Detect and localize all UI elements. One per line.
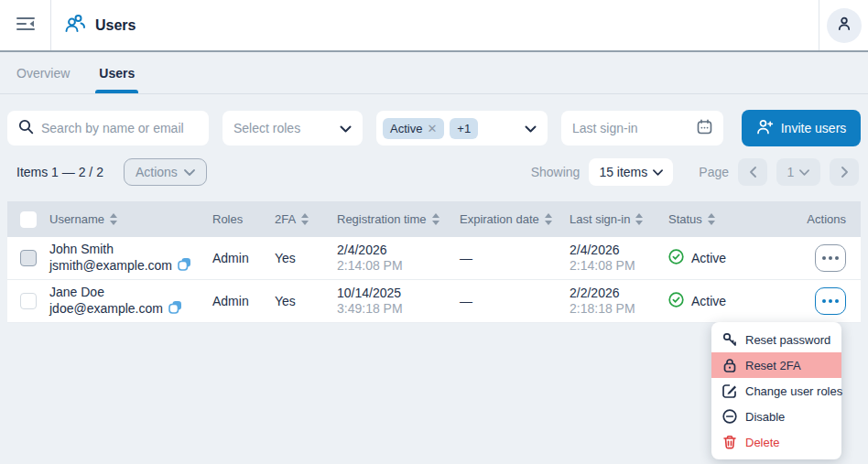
username-cell: John Smith jsmith@example.com [49,242,212,275]
status-label: Active [691,294,726,308]
search-field[interactable] [7,111,209,146]
menu-item-label: Reset password [745,333,830,347]
sort-icon [708,213,715,225]
table-row: Jane Doe jdoe@example.com Admin Yes 10/1… [7,280,861,323]
copy-email-icon[interactable] [178,257,191,275]
menu-item-disable[interactable]: Disable [711,404,841,429]
twofa-cell: Yes [275,251,337,265]
previous-page-button[interactable] [738,158,767,186]
lock-icon [722,358,737,372]
chevron-down-icon [525,121,537,135]
bulk-actions-label: Actions [136,165,178,179]
chevron-down-icon [799,169,809,176]
sort-icon [301,213,309,225]
select-all-cell [7,211,49,228]
registration-date: 2/4/2026 [337,243,460,258]
disable-icon [722,409,737,424]
column-label: Last sign-in [570,212,630,226]
remove-chip-icon[interactable]: ✕ [427,122,437,135]
user-name: Jane Doe [49,285,212,300]
items-count: Items 1 — 2 / 2 [16,165,103,179]
copy-email-icon[interactable] [168,300,182,318]
sort-icon [432,213,439,225]
select-all-checkbox[interactable] [20,211,37,228]
tab-bar: Overview Users [0,52,868,94]
column-header-registration-time[interactable]: Registration time [337,212,460,226]
ellipsis-icon [822,256,826,260]
last-signin-date-filter[interactable]: Last sign-in [561,111,723,146]
column-label: Registration time [337,212,427,226]
registration-cell: 10/14/2025 3:49:18 PM [337,286,460,317]
menu-item-delete[interactable]: Delete [711,429,841,455]
calendar-icon [697,119,712,137]
registration-time: 2:14:08 PM [337,258,460,274]
row-checkbox[interactable] [20,293,37,309]
menu-item-reset-2fa[interactable]: Reset 2FA [711,352,841,378]
edit-icon [722,383,737,398]
menu-item-change-user-roles[interactable]: Change user roles [711,378,841,404]
actions-cell [787,287,861,315]
last-signin-time: 2:14:08 PM [570,258,668,274]
column-header-roles: Roles [212,212,275,226]
invite-users-button[interactable]: Invite users [742,110,861,146]
page-size-value: 15 items [599,165,647,179]
page-size-select[interactable]: 15 items [589,158,673,186]
chevron-down-icon [653,169,663,176]
next-page-button[interactable] [830,158,859,186]
row-checkbox[interactable] [20,250,37,266]
filter-row: Select roles Active ✕ +1 Last sign-in [0,110,868,146]
table-header-row: Username Roles 2FA Registration time Exp… [7,201,861,237]
registration-cell: 2/4/2026 2:14:08 PM [337,243,460,274]
menu-item-label: Change user roles [745,384,842,398]
bulk-actions-button[interactable]: Actions [124,158,207,186]
sidebar-collapse-icon [16,15,36,36]
column-label: Roles [212,212,243,226]
username-cell: Jane Doe jdoe@example.com [49,285,212,318]
column-label: Username [49,212,104,226]
row-select-cell [7,293,49,309]
status-chip-more: +1 [450,118,478,139]
showing-label: Showing [531,165,580,179]
actions-cell [787,244,861,272]
column-label: Status [668,212,702,226]
menu-item-reset-password[interactable]: Reset password [711,327,841,352]
column-header-2fa[interactable]: 2FA [275,212,337,226]
row-actions-button-open[interactable] [815,287,846,315]
trash-icon [722,435,737,449]
tab-overview[interactable]: Overview [16,52,70,93]
topbar-spacer [136,0,819,50]
status-active-icon [668,292,684,310]
column-label: Expiration date [460,212,539,226]
table-row: John Smith jsmith@example.com Admin Yes … [7,237,861,280]
search-input[interactable] [41,121,198,135]
column-header-last-signin[interactable]: Last sign-in [570,212,668,226]
invite-users-label: Invite users [781,121,847,135]
column-header-username[interactable]: Username [49,212,212,226]
status-filter-select[interactable]: Active ✕ +1 [376,111,548,146]
menu-item-label: Delete [745,436,780,449]
column-header-expiration-date[interactable]: Expiration date [460,212,570,226]
row-actions-button[interactable] [815,244,846,272]
roles-select[interactable]: Select roles [222,111,363,146]
account-avatar-button[interactable] [827,8,862,43]
row-actions-menu: Reset password Reset 2FA Change user rol… [711,322,841,459]
page-title-group: Users [51,0,136,50]
key-icon [722,332,737,347]
top-bar: Users [0,0,868,52]
users-table: Username Roles 2FA Registration time Exp… [7,201,861,323]
tab-users[interactable]: Users [99,52,135,93]
ellipsis-icon [822,299,826,303]
last-signin-date: 2/2/2026 [570,286,668,301]
column-header-status[interactable]: Status [668,212,787,226]
expiration-cell: — [460,251,570,265]
twofa-cell: Yes [275,294,337,308]
sort-icon [635,213,643,225]
chevron-left-icon [750,167,756,178]
sidebar-collapse-button[interactable] [0,0,51,50]
column-label: Actions [807,212,846,226]
last-signin-cell: 2/4/2026 2:14:08 PM [570,243,668,274]
user-name: John Smith [49,242,212,257]
page-number-value: 1 [787,165,795,179]
roles-select-placeholder: Select roles [233,121,300,135]
page-number-select[interactable]: 1 [776,158,820,186]
